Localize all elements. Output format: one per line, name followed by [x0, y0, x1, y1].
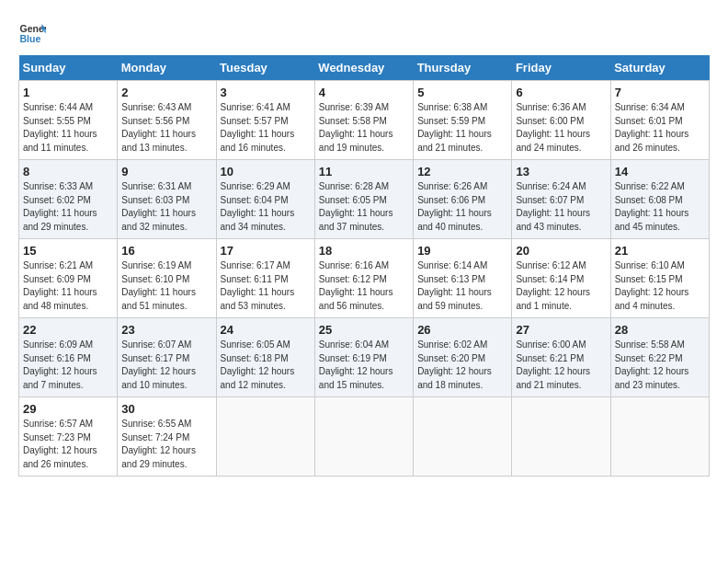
calendar-cell: 9Sunrise: 6:31 AMSunset: 6:03 PMDaylight…: [118, 160, 216, 239]
day-info: Sunrise: 6:44 AMSunset: 5:55 PMDaylight:…: [23, 102, 97, 153]
calendar-cell: 27Sunrise: 6:00 AMSunset: 6:21 PMDayligh…: [512, 318, 610, 397]
day-info: Sunrise: 6:57 AMSunset: 7:23 PMDaylight:…: [23, 419, 97, 469]
day-info: Sunrise: 6:39 AMSunset: 5:58 PMDaylight:…: [319, 102, 393, 153]
day-number: 28: [615, 323, 705, 337]
day-number: 4: [319, 86, 409, 99]
day-number: 24: [221, 323, 311, 337]
calendar-cell: 11Sunrise: 6:28 AMSunset: 6:05 PMDayligh…: [314, 160, 413, 239]
calendar-week-row: 8Sunrise: 6:33 AMSunset: 6:02 PMDaylight…: [19, 160, 710, 239]
day-info: Sunrise: 6:02 AMSunset: 6:20 PMDaylight:…: [417, 339, 492, 390]
logo: General Blue: [18, 18, 46, 46]
day-info: Sunrise: 6:36 AMSunset: 6:00 PMDaylight:…: [516, 102, 590, 153]
calendar-cell: 5Sunrise: 6:38 AMSunset: 5:59 PMDaylight…: [414, 81, 512, 160]
calendar-cell: 1Sunrise: 6:44 AMSunset: 5:55 PMDaylight…: [19, 81, 118, 160]
day-info: Sunrise: 6:14 AMSunset: 6:13 PMDaylight:…: [417, 260, 492, 311]
weekday-header-wednesday: Wednesday: [314, 55, 413, 81]
day-info: Sunrise: 6:29 AMSunset: 6:04 PMDaylight:…: [221, 181, 295, 232]
day-info: Sunrise: 6:21 AMSunset: 6:09 PMDaylight:…: [23, 260, 97, 311]
day-number: 14: [615, 165, 705, 178]
calendar-cell: 15Sunrise: 6:21 AMSunset: 6:09 PMDayligh…: [19, 239, 118, 318]
calendar-cell: 25Sunrise: 6:04 AMSunset: 6:19 PMDayligh…: [314, 318, 413, 397]
day-number: 7: [615, 86, 705, 99]
day-info: Sunrise: 6:09 AMSunset: 6:16 PMDaylight:…: [23, 339, 97, 390]
day-number: 30: [121, 402, 211, 416]
day-number: 25: [319, 323, 409, 337]
day-info: Sunrise: 6:17 AMSunset: 6:11 PMDaylight:…: [221, 260, 295, 311]
calendar-cell: 7Sunrise: 6:34 AMSunset: 6:01 PMDaylight…: [610, 81, 709, 160]
day-info: Sunrise: 6:19 AMSunset: 6:10 PMDaylight:…: [121, 260, 196, 311]
calendar-cell: 29Sunrise: 6:57 AMSunset: 7:23 PMDayligh…: [19, 397, 118, 477]
calendar-week-row: 1Sunrise: 6:44 AMSunset: 5:55 PMDaylight…: [19, 81, 710, 160]
calendar-cell: [314, 397, 413, 477]
calendar-week-row: 22Sunrise: 6:09 AMSunset: 6:16 PMDayligh…: [19, 318, 710, 397]
day-number: 8: [23, 165, 113, 178]
day-info: Sunrise: 6:10 AMSunset: 6:15 PMDaylight:…: [615, 260, 689, 311]
day-number: 6: [516, 86, 606, 99]
weekday-header-row: SundayMondayTuesdayWednesdayThursdayFrid…: [19, 55, 710, 81]
logo-icon: General Blue: [18, 18, 46, 46]
day-number: 22: [23, 323, 113, 337]
day-info: Sunrise: 6:16 AMSunset: 6:12 PMDaylight:…: [319, 260, 393, 311]
day-number: 1: [23, 86, 113, 99]
day-number: 13: [516, 165, 606, 178]
calendar-cell: [216, 397, 314, 477]
day-number: 12: [417, 165, 507, 178]
day-info: Sunrise: 6:24 AMSunset: 6:07 PMDaylight:…: [516, 181, 590, 232]
day-info: Sunrise: 6:33 AMSunset: 6:02 PMDaylight:…: [23, 181, 97, 232]
day-number: 20: [516, 244, 606, 258]
day-number: 21: [615, 244, 705, 258]
calendar-cell: 23Sunrise: 6:07 AMSunset: 6:17 PMDayligh…: [118, 318, 216, 397]
calendar-cell: 16Sunrise: 6:19 AMSunset: 6:10 PMDayligh…: [118, 239, 216, 318]
day-number: 18: [319, 244, 409, 258]
calendar-cell: 12Sunrise: 6:26 AMSunset: 6:06 PMDayligh…: [414, 160, 512, 239]
calendar-cell: 8Sunrise: 6:33 AMSunset: 6:02 PMDaylight…: [19, 160, 118, 239]
day-number: 19: [417, 244, 507, 258]
day-info: Sunrise: 6:28 AMSunset: 6:05 PMDaylight:…: [319, 181, 393, 232]
calendar-cell: 6Sunrise: 6:36 AMSunset: 6:00 PMDaylight…: [512, 81, 610, 160]
calendar-cell: [512, 397, 610, 477]
header: General Blue: [18, 18, 710, 46]
day-info: Sunrise: 5:58 AMSunset: 6:22 PMDaylight:…: [615, 339, 689, 390]
day-number: 29: [23, 402, 113, 416]
day-number: 27: [516, 323, 606, 337]
day-number: 10: [221, 165, 311, 178]
calendar-cell: 21Sunrise: 6:10 AMSunset: 6:15 PMDayligh…: [610, 239, 709, 318]
day-number: 11: [319, 165, 409, 178]
calendar-cell: 30Sunrise: 6:55 AMSunset: 7:24 PMDayligh…: [118, 397, 216, 477]
day-number: 2: [121, 86, 211, 99]
calendar-cell: 14Sunrise: 6:22 AMSunset: 6:08 PMDayligh…: [610, 160, 709, 239]
calendar-cell: [414, 397, 512, 477]
calendar-cell: 19Sunrise: 6:14 AMSunset: 6:13 PMDayligh…: [414, 239, 512, 318]
weekday-header-sunday: Sunday: [19, 55, 118, 81]
calendar-cell: 18Sunrise: 6:16 AMSunset: 6:12 PMDayligh…: [314, 239, 413, 318]
day-info: Sunrise: 6:22 AMSunset: 6:08 PMDaylight:…: [615, 181, 689, 232]
weekday-header-thursday: Thursday: [414, 55, 512, 81]
calendar-cell: 24Sunrise: 6:05 AMSunset: 6:18 PMDayligh…: [216, 318, 314, 397]
calendar-week-row: 15Sunrise: 6:21 AMSunset: 6:09 PMDayligh…: [19, 239, 710, 318]
day-info: Sunrise: 6:12 AMSunset: 6:14 PMDaylight:…: [516, 260, 590, 311]
weekday-header-monday: Monday: [118, 55, 216, 81]
weekday-header-saturday: Saturday: [610, 55, 709, 81]
day-info: Sunrise: 6:05 AMSunset: 6:18 PMDaylight:…: [221, 339, 295, 390]
day-info: Sunrise: 6:00 AMSunset: 6:21 PMDaylight:…: [516, 339, 590, 390]
day-info: Sunrise: 6:34 AMSunset: 6:01 PMDaylight:…: [615, 102, 689, 153]
day-number: 15: [23, 244, 113, 258]
day-info: Sunrise: 6:04 AMSunset: 6:19 PMDaylight:…: [319, 339, 393, 390]
day-number: 9: [121, 165, 211, 178]
calendar-week-row: 29Sunrise: 6:57 AMSunset: 7:23 PMDayligh…: [19, 397, 710, 477]
calendar-cell: 2Sunrise: 6:43 AMSunset: 5:56 PMDaylight…: [118, 81, 216, 160]
calendar-cell: 17Sunrise: 6:17 AMSunset: 6:11 PMDayligh…: [216, 239, 314, 318]
day-info: Sunrise: 6:43 AMSunset: 5:56 PMDaylight:…: [121, 102, 196, 153]
weekday-header-tuesday: Tuesday: [216, 55, 314, 81]
calendar-cell: 10Sunrise: 6:29 AMSunset: 6:04 PMDayligh…: [216, 160, 314, 239]
day-number: 16: [121, 244, 211, 258]
calendar-cell: 4Sunrise: 6:39 AMSunset: 5:58 PMDaylight…: [314, 81, 413, 160]
calendar-cell: 3Sunrise: 6:41 AMSunset: 5:57 PMDaylight…: [216, 81, 314, 160]
day-number: 5: [417, 86, 507, 99]
calendar-cell: 20Sunrise: 6:12 AMSunset: 6:14 PMDayligh…: [512, 239, 610, 318]
day-info: Sunrise: 6:55 AMSunset: 7:24 PMDaylight:…: [121, 419, 196, 469]
calendar-cell: [610, 397, 709, 477]
day-info: Sunrise: 6:31 AMSunset: 6:03 PMDaylight:…: [121, 181, 196, 232]
day-number: 3: [221, 86, 311, 99]
calendar-cell: 26Sunrise: 6:02 AMSunset: 6:20 PMDayligh…: [414, 318, 512, 397]
